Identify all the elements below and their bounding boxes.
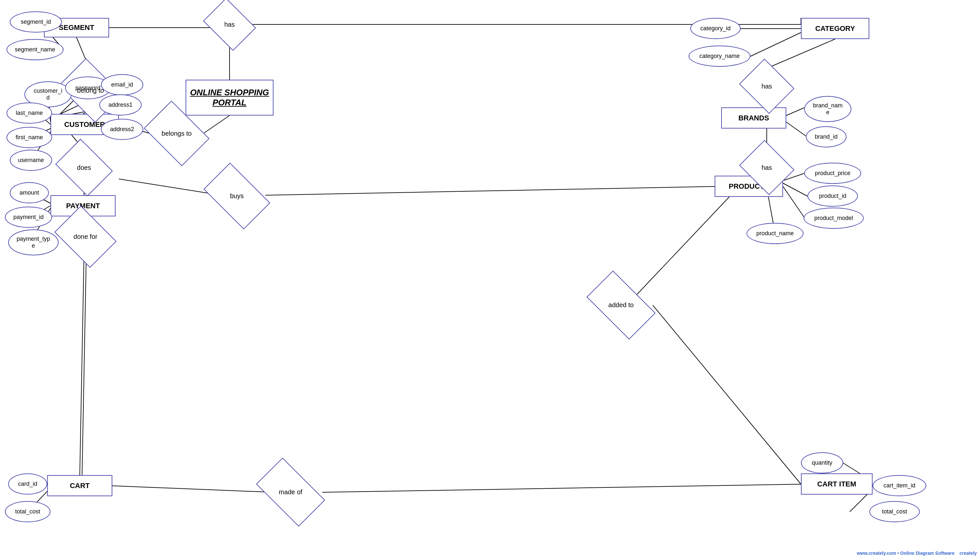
category-entity: CATEGORY — [801, 18, 869, 39]
payment-id-ellipse: payment_id — [5, 207, 52, 228]
total-cost-item-ellipse: total_cost — [869, 501, 920, 522]
svg-line-26 — [82, 255, 86, 475]
last-name-ellipse: last_name — [7, 103, 52, 124]
quantity-ellipse: quantity — [801, 452, 843, 473]
svg-line-35 — [767, 39, 835, 68]
product-price-ellipse: product_price — [804, 163, 861, 184]
svg-line-29 — [112, 486, 274, 492]
belongs-to-diamond: belongs to — [150, 114, 204, 153]
added-to-diamond: added to — [591, 286, 651, 324]
has-top-diamond: has — [208, 8, 251, 41]
amount-ellipse: amount — [10, 182, 49, 203]
payment-type-ellipse: payment_typ e — [8, 229, 59, 255]
cart-item-id-ellipse: cart_item_id — [872, 475, 926, 496]
first-name-ellipse: first_name — [7, 127, 52, 148]
brand-name-ellipse: brand_nam e — [804, 96, 851, 122]
brands-entity: BRANDS — [721, 108, 786, 129]
online-shopping-entity: ONLINE SHOPPING PORTAL — [186, 80, 274, 116]
product-name-ellipse: product_name — [746, 223, 804, 244]
category-id-ellipse: category_id — [690, 18, 741, 39]
done-for-diamond: done for — [60, 218, 111, 255]
product-id-ellipse: product_id — [808, 185, 858, 207]
brand-id-ellipse: brand_id — [806, 126, 847, 147]
segment-name-ellipse: segment_name — [7, 39, 63, 60]
segment-id-ellipse: segment_id — [10, 12, 62, 33]
svg-line-34 — [653, 305, 801, 484]
address2-ellipse: address2 — [101, 119, 143, 140]
svg-line-46 — [751, 33, 801, 56]
product-model-ellipse: product_model — [804, 208, 864, 229]
category-name-ellipse: category_name — [688, 46, 751, 67]
card-id-ellipse: card_id — [8, 473, 47, 495]
does-diamond: does — [61, 150, 107, 185]
svg-line-30 — [322, 484, 801, 492]
svg-line-18 — [204, 116, 229, 133]
svg-line-37 — [786, 108, 804, 116]
has-brands-diamond: has — [746, 68, 788, 104]
cart-item-entity: CART ITEM — [801, 473, 872, 495]
svg-line-38 — [786, 122, 806, 136]
username-ellipse: username — [10, 150, 52, 171]
total-cost-cart-ellipse: total_cost — [5, 501, 50, 522]
made-of-diamond: made of — [260, 473, 321, 511]
address1-ellipse: address1 — [99, 94, 142, 116]
email-id-ellipse: email_id — [101, 74, 143, 95]
has-products-diamond: has — [746, 150, 788, 185]
svg-line-25 — [80, 255, 84, 475]
er-diagram: SEGMENT CUSTOMER PAYMENT CART ONLINE SHO… — [0, 0, 980, 559]
watermark: www.creately.com • Online Diagram Softwa… — [857, 551, 977, 556]
svg-line-43 — [783, 187, 804, 217]
svg-line-32 — [265, 187, 715, 195]
buys-diamond: buys — [208, 177, 265, 215]
cart-entity: CART — [47, 475, 112, 496]
